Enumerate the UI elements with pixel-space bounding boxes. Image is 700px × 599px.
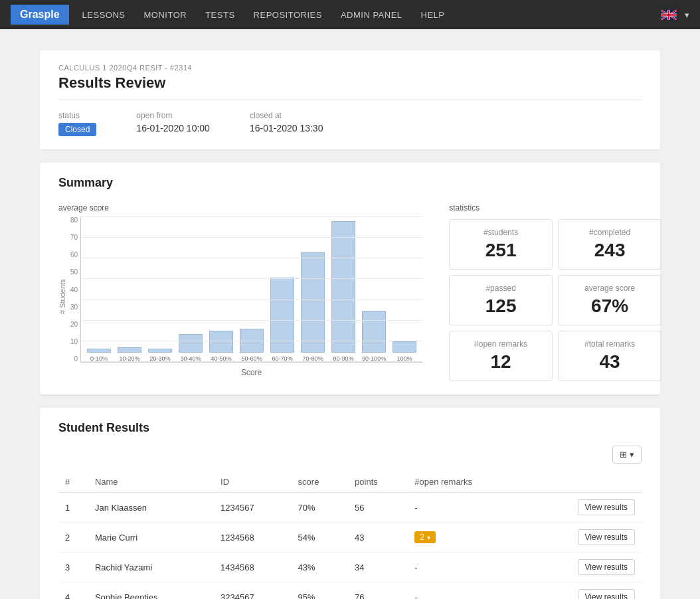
course-label: CALCULUS 1 2020Q4 RESIT - #2314 <box>58 64 642 72</box>
status-label: status <box>58 111 96 120</box>
stat-value: 12 <box>460 351 541 373</box>
cell-remarks: - <box>408 553 525 582</box>
student-table: # Name ID score points #open remarks 1Ja… <box>58 471 642 599</box>
stat-box: average score67% <box>558 275 661 325</box>
y-axis-label: # Students <box>58 224 66 370</box>
nav-admin-panel[interactable]: ADMIN PANEL <box>341 10 402 20</box>
cell-action: View results <box>525 523 642 553</box>
remarks-badge[interactable]: 2 ▾ <box>414 531 436 543</box>
student-results-title: Student Results <box>58 421 642 435</box>
bar-label: 70-80% <box>303 355 323 362</box>
col-id: ID <box>214 471 292 493</box>
chart-area: average score # Students 80 70 60 50 40 … <box>58 203 422 381</box>
view-results-button[interactable]: View results <box>578 589 635 599</box>
stat-box: #completed243 <box>558 219 661 270</box>
stat-value: 67% <box>569 296 650 317</box>
col-points: points <box>348 471 408 493</box>
cell-id: 1234567 <box>214 493 292 523</box>
flag-icon <box>661 10 677 20</box>
cell-score: 95% <box>292 582 348 600</box>
stat-value: 43 <box>569 351 650 373</box>
table-body: 1Jan Klaassen123456770%56-View results2M… <box>58 493 642 600</box>
bar-group: 50-60% <box>236 329 267 362</box>
table-row: 1Jan Klaassen123456770%56-View results <box>58 493 642 523</box>
nav-right: ▾ <box>661 10 689 20</box>
bar-group: 60-70% <box>267 278 298 362</box>
cell-id: 1434568 <box>214 553 292 582</box>
statistics-label: statistics <box>449 203 661 213</box>
cell-name: Sophie Beentjes <box>88 582 214 600</box>
cell-name: Rachid Yazami <box>88 553 214 582</box>
bar-group: 100% <box>389 341 420 362</box>
col-score: score <box>292 471 348 493</box>
stat-value: 243 <box>569 240 650 261</box>
bar <box>393 341 416 353</box>
bar-label: 30-40% <box>181 355 201 362</box>
closed-at-item: closed at 16-01-2020 13:30 <box>250 111 323 133</box>
stat-label: #completed <box>569 228 650 237</box>
bar-group: 40-50% <box>206 331 236 362</box>
nav-lessons[interactable]: LESSONS <box>82 10 126 20</box>
cell-id: 3234567 <box>214 582 292 600</box>
brand-logo[interactable]: Grasple <box>11 5 69 25</box>
cell-score: 70% <box>292 493 348 523</box>
col-num: # <box>58 471 88 493</box>
bar <box>362 311 386 353</box>
bar-label: 40-50% <box>211 355 232 362</box>
bar <box>270 278 294 353</box>
bar-label: 80-90% <box>333 355 354 362</box>
y-ticks: 80 70 60 50 40 30 20 10 0 <box>70 216 80 363</box>
user-menu[interactable]: ▾ <box>685 10 689 20</box>
nav-repositories[interactable]: REPOSITORIES <box>254 10 322 20</box>
stats-area: statistics #students251#completed243#pas… <box>449 203 661 381</box>
stat-value: 125 <box>460 296 541 317</box>
page-title: Results Review <box>58 74 642 100</box>
bar-label: 0-10% <box>90 355 108 362</box>
bar-group: 70-80% <box>298 252 328 362</box>
bar <box>118 347 141 353</box>
stat-label: #total remarks <box>569 339 650 349</box>
cell-score: 54% <box>292 523 348 553</box>
open-from-item: open from 16-01-2020 10:00 <box>136 111 210 133</box>
nav-tests[interactable]: TESTS <box>205 10 234 20</box>
bar-group: 0-10% <box>84 349 114 362</box>
bar <box>209 331 233 353</box>
stats-grid: #students251#completed243#passed125avera… <box>449 219 661 381</box>
bar-label: 90-100% <box>362 355 386 362</box>
cell-points: 34 <box>348 553 408 582</box>
bar <box>87 349 111 353</box>
status-badge: Closed <box>58 123 96 136</box>
col-name: Name <box>88 471 214 493</box>
bar-group: 30-40% <box>175 334 206 362</box>
cell-action: View results <box>525 582 642 600</box>
cell-name: Marie Curri <box>88 523 214 553</box>
summary-title: Summary <box>58 176 642 190</box>
columns-icon: ⊞ <box>620 450 627 460</box>
bar-label: 50-60% <box>242 355 262 362</box>
cell-score: 43% <box>292 553 348 582</box>
stat-label: average score <box>569 284 650 293</box>
stat-box: #passed125 <box>449 275 553 325</box>
nav-help[interactable]: HELP <box>421 10 445 20</box>
columns-chevron: ▾ <box>630 450 634 460</box>
stat-box: #students251 <box>449 219 553 270</box>
stat-value: 251 <box>460 240 541 261</box>
col-action <box>525 471 642 493</box>
bar-label: 60-70% <box>272 355 293 362</box>
columns-button[interactable]: ⊞ ▾ <box>612 446 642 464</box>
table-row: 3Rachid Yazami143456843%34-View results <box>58 553 642 582</box>
nav-links: LESSONS MONITOR TESTS REPOSITORIES ADMIN… <box>82 10 661 20</box>
cell-name: Jan Klaassen <box>88 493 214 523</box>
bar-label: 20-30% <box>150 355 171 362</box>
view-results-button[interactable]: View results <box>578 499 635 515</box>
status-item: status Closed <box>58 111 96 136</box>
nav-monitor[interactable]: MONITOR <box>144 10 187 20</box>
cell-num: 3 <box>58 553 88 582</box>
view-results-button[interactable]: View results <box>578 529 635 545</box>
bar <box>301 252 325 353</box>
view-results-button[interactable]: View results <box>578 559 635 575</box>
bar-group: 80-90% <box>328 221 359 362</box>
closed-at-label: closed at <box>250 111 323 120</box>
bar <box>240 329 264 353</box>
bar-group: 10-20% <box>114 347 145 362</box>
